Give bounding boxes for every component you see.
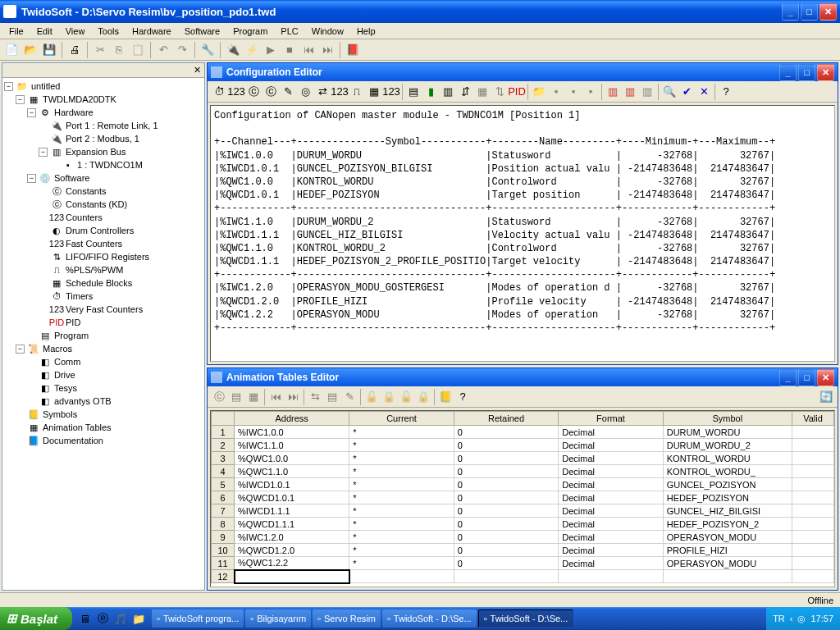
- tree-port2[interactable]: Port 2 : Modbus, 1: [66, 134, 139, 144]
- anim-tool-icon[interactable]: 🔒: [415, 389, 431, 405]
- cfg-accept-icon[interactable]: ✔: [678, 84, 695, 100]
- anim-cell[interactable]: [349, 570, 454, 583]
- tree-sw-lifo[interactable]: LIFO/FIFO Registers: [66, 252, 149, 262]
- tree-plc[interactable]: TWDLMDA20DTK: [43, 94, 116, 104]
- anim-cell[interactable]: GUNCEL_POZISYON: [663, 478, 792, 491]
- anim-cell[interactable]: *: [349, 491, 454, 504]
- anim-cell[interactable]: *: [349, 426, 454, 439]
- tree-sw-constantskd[interactable]: Constants (KD): [66, 199, 127, 209]
- anim-cell[interactable]: Decimal: [559, 518, 663, 531]
- anim-cell[interactable]: 0: [454, 557, 558, 570]
- tree-close-icon[interactable]: ✕: [194, 65, 201, 75]
- tree-macros[interactable]: Macros: [43, 344, 72, 354]
- anim-col-header[interactable]: Format: [559, 412, 663, 426]
- tree-toggle[interactable]: −: [16, 95, 25, 104]
- anim-cell[interactable]: %QWC1.0.0: [235, 452, 349, 465]
- anim-cell[interactable]: [792, 478, 833, 491]
- tree-root[interactable]: untitled: [31, 81, 60, 91]
- anim-table-row[interactable]: 11%QWC1.2.2*0DecimalOPERASYON_MODU: [212, 557, 834, 570]
- anim-cell[interactable]: 0: [454, 426, 558, 439]
- cfg-tool-icon[interactable]: ▥: [622, 84, 638, 100]
- cfg-tool-icon[interactable]: ⓒ: [262, 84, 279, 100]
- anim-help-icon[interactable]: ?: [454, 389, 471, 405]
- anim-cell[interactable]: *: [349, 557, 454, 570]
- cfg-tool-icon[interactable]: 📁: [531, 84, 547, 100]
- anim-cell[interactable]: [792, 504, 833, 518]
- cfg-tool-icon[interactable]: ▤: [405, 84, 422, 100]
- connect-icon[interactable]: 🔌: [225, 42, 241, 58]
- tree-animtables[interactable]: Animation Tables: [43, 422, 112, 432]
- start-button[interactable]: ⊞ Başlat: [0, 607, 72, 630]
- anim-cell[interactable]: *: [349, 478, 454, 491]
- maximize-button[interactable]: □: [801, 3, 818, 21]
- tree-symbols[interactable]: Symbols: [43, 409, 77, 419]
- anim-cell[interactable]: %QWC1.1.0: [235, 465, 349, 478]
- anim-cell[interactable]: 0: [454, 544, 558, 557]
- tree-expbus[interactable]: Expansion Bus: [66, 147, 126, 157]
- anim-refresh-icon[interactable]: 🔄: [818, 389, 834, 405]
- anim-table-row[interactable]: 7%IWCD1.1.1*0DecimalGUNCEL_HIZ_BILGISI: [212, 504, 834, 518]
- config-text-view[interactable]: Configuration of CANopen master module -…: [210, 105, 835, 362]
- tray-lang[interactable]: TR: [773, 614, 785, 623]
- anim-cell[interactable]: 11: [212, 557, 235, 570]
- anim-cell[interactable]: Decimal: [559, 426, 663, 439]
- anim-cell[interactable]: 1: [212, 426, 235, 439]
- cfg-tool-icon[interactable]: ⓒ: [245, 84, 262, 100]
- copy-icon[interactable]: ⎘: [111, 42, 127, 58]
- anim-cell[interactable]: [792, 465, 833, 478]
- anim-cell[interactable]: [792, 491, 833, 504]
- tree-software[interactable]: Software: [54, 173, 89, 183]
- anim-table-row[interactable]: 6%QWCD1.0.1*0DecimalHEDEF_POZISYON: [212, 491, 834, 504]
- anim-cell[interactable]: %IWC1.2.0: [235, 531, 349, 544]
- anim-table-row[interactable]: 10%QWCD1.2.0*0DecimalPROFILE_HIZI: [212, 544, 834, 557]
- anim-cell[interactable]: [235, 570, 349, 583]
- anim-cell[interactable]: %QWCD1.1.1: [235, 518, 349, 531]
- anim-cell[interactable]: *: [349, 504, 454, 518]
- anim-cell[interactable]: [559, 570, 663, 583]
- anim-cell[interactable]: Decimal: [559, 504, 663, 518]
- tree-mac-comm[interactable]: Comm: [54, 357, 80, 367]
- cfg-help-icon[interactable]: ?: [718, 84, 734, 100]
- anim-cell[interactable]: %QWC1.2.2: [235, 557, 349, 570]
- anim-tool-icon[interactable]: ✎: [341, 389, 358, 405]
- anim-cell[interactable]: 0: [454, 518, 558, 531]
- system-tray[interactable]: TR ‹ ◎ 17:57: [766, 607, 840, 630]
- anim-maximize-button[interactable]: □: [798, 369, 815, 386]
- anim-table-row[interactable]: 1%IWC1.0.0*0DecimalDURUM_WORDU: [212, 426, 834, 439]
- print-icon[interactable]: 🖨: [66, 42, 83, 58]
- anim-cell[interactable]: 5: [212, 478, 235, 491]
- anim-tool-icon[interactable]: 📒: [437, 389, 454, 405]
- anim-cell[interactable]: KONTROL_WORDU: [663, 452, 792, 465]
- tree-mac-otb[interactable]: advantys OTB: [54, 396, 112, 406]
- anim-table-row[interactable]: 8%QWCD1.1.1*0DecimalHEDEF_POZISYON_2: [212, 518, 834, 531]
- anim-cell[interactable]: *: [349, 465, 454, 478]
- taskbar-item[interactable]: ▫TwidoSoft progra...: [152, 609, 244, 628]
- tree-toggle[interactable]: −: [27, 108, 36, 117]
- redo-icon[interactable]: ↷: [174, 42, 190, 58]
- tree-toggle[interactable]: −: [4, 82, 13, 91]
- anim-col-header[interactable]: Address: [235, 412, 349, 426]
- anim-minimize-button[interactable]: _: [779, 369, 797, 386]
- tree-mac-tesys[interactable]: Tesys: [54, 383, 77, 393]
- anim-tool-icon[interactable]: ⏭: [285, 389, 301, 405]
- anim-cell[interactable]: 9: [212, 531, 235, 544]
- menu-tools[interactable]: Tools: [92, 25, 125, 38]
- tree-sw-vfc[interactable]: Very Fast Counters: [66, 304, 143, 314]
- anim-col-header[interactable]: [212, 412, 235, 426]
- analyze-icon[interactable]: 🔧: [199, 42, 216, 58]
- anim-cell[interactable]: OPERASYON_MODU: [663, 557, 792, 570]
- taskbar-item[interactable]: ▫Bilgisayarım: [245, 609, 311, 628]
- cfg-zoom-icon[interactable]: 🔍: [661, 84, 678, 100]
- anim-cell[interactable]: Decimal: [559, 439, 663, 452]
- menu-view[interactable]: View: [60, 25, 91, 38]
- cfg-tool-icon[interactable]: 123: [228, 84, 244, 100]
- tree-sw-pid[interactable]: PID: [66, 317, 80, 327]
- anim-cell[interactable]: 4: [212, 465, 235, 478]
- anim-cell[interactable]: 3: [212, 452, 235, 465]
- anim-cell[interactable]: Decimal: [559, 452, 663, 465]
- anim-cell[interactable]: DURUM_WORDU_2: [663, 439, 792, 452]
- ql-media-icon[interactable]: 🎵: [113, 611, 128, 626]
- anim-table-view[interactable]: AddressCurrentRetainedFormatSymbolValid1…: [210, 410, 835, 587]
- anim-cell[interactable]: Decimal: [559, 465, 663, 478]
- anim-cell[interactable]: 0: [454, 504, 558, 518]
